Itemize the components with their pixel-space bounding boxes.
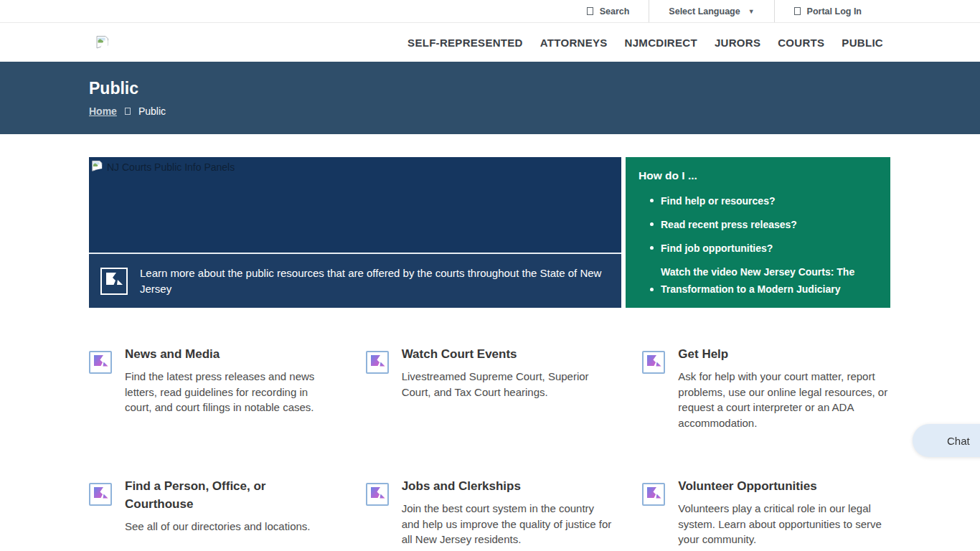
list-item: Watch the video New Jersey Courts: The T… (650, 263, 877, 298)
broken-image-icon (366, 483, 389, 506)
card-body: Ask for help with your court matter, rep… (678, 369, 888, 430)
card-get-help[interactable]: Get Help Ask for help with your court ma… (642, 341, 890, 473)
hero-caption: Learn more about the public resources th… (89, 253, 621, 308)
hero-section: NJ Courts Public Info Panels Learn more … (89, 157, 890, 308)
card-body: Volunteers play a critical role in our l… (678, 501, 888, 547)
card-body: Join the best court system in the countr… (402, 501, 612, 547)
broken-image-icon (89, 483, 112, 506)
list-item: Find job opportunities? (650, 240, 877, 257)
card-watch-court-events[interactable]: Watch Court Events Livestreamed Supreme … (366, 341, 614, 473)
card-body: Livestreamed Supreme Court, Superior Cou… (402, 369, 612, 400)
main-menu: SELF-REPRESENTED ATTORNEYS NJMCDIRECT JU… (407, 37, 883, 49)
card-body: See all of our directories and locations… (125, 519, 335, 534)
card-title: Volunteer Opportunities (678, 477, 864, 495)
topic-card-grid: News and Media Find the latest press rel… (89, 341, 890, 551)
card-text: Jobs and Clerkships Join the best court … (402, 473, 612, 551)
card-title: Watch Court Events (402, 345, 588, 363)
bullet-icon (650, 199, 654, 202)
card-title: Jobs and Clerkships (402, 477, 588, 495)
nav-item-public[interactable]: PUBLIC (842, 37, 883, 49)
card-body: Find the latest press releases and news … (125, 369, 335, 415)
how-do-i-link-help[interactable]: Find help or resources? (661, 192, 775, 209)
nav-item-self-represented[interactable]: SELF-REPRESENTED (407, 37, 523, 49)
nav-item-jurors[interactable]: JURORS (715, 37, 760, 49)
nav-item-courts[interactable]: COURTS (778, 37, 824, 49)
broken-image-icon (91, 160, 103, 172)
broken-image-icon (89, 351, 112, 374)
breadcrumb-home-link[interactable]: Home (89, 105, 117, 117)
language-label: Select Language (669, 6, 740, 17)
nav-item-attorneys[interactable]: ATTORNEYS (540, 37, 608, 49)
search-button[interactable]: Search (567, 0, 649, 22)
list-item: Read recent press releases? (650, 216, 877, 233)
how-do-i-panel: How do I ... Find help or resources? Rea… (626, 157, 890, 308)
card-title: Get Help (678, 345, 864, 363)
person-icon (794, 7, 801, 15)
hero-image-alt-text: NJ Courts Public Info Panels (107, 161, 235, 173)
hero-caption-text: Learn more about the public resources th… (140, 265, 605, 297)
hero-broken-image: NJ Courts Public Info Panels (89, 157, 621, 253)
card-title: News and Media (125, 345, 311, 363)
utility-bar: Search Select Language ▼ Portal Log In (0, 0, 980, 23)
language-select[interactable]: Select Language ▼ (649, 0, 773, 22)
breadcrumb-current: Public (138, 105, 166, 117)
main-navbar: SELF-REPRESENTED ATTORNEYS NJMCDIRECT JU… (0, 23, 980, 62)
bullet-icon (650, 222, 654, 226)
breadcrumb: Home Public (89, 105, 980, 117)
broken-image-icon (100, 268, 128, 295)
breadcrumb-separator-icon (125, 108, 131, 115)
hero-figure: NJ Courts Public Info Panels Learn more … (89, 157, 621, 308)
chat-label: Chat (947, 435, 970, 447)
nav-item-njmcdirect[interactable]: NJMCDIRECT (625, 37, 697, 49)
search-icon (587, 7, 593, 15)
page-header-band: Public Home Public (0, 62, 980, 134)
card-news-and-media[interactable]: News and Media Find the latest press rel… (89, 341, 337, 473)
chat-button[interactable]: Chat (913, 424, 980, 457)
portal-login-button[interactable]: Portal Log In (775, 0, 881, 22)
how-do-i-link-jobs[interactable]: Find job opportunities? (661, 240, 773, 257)
card-text: Volunteer Opportunities Volunteers play … (678, 473, 888, 551)
main-content: NJ Courts Public Info Panels Learn more … (89, 157, 890, 551)
how-do-i-link-press[interactable]: Read recent press releases? (661, 216, 797, 233)
how-do-i-title: How do I ... (639, 169, 877, 182)
card-find-person-office-courthouse[interactable]: Find a Person, Office, or Courthouse See… (89, 473, 337, 551)
how-do-i-list: Find help or resources? Read recent pres… (639, 192, 877, 298)
card-text: News and Media Find the latest press rel… (125, 341, 335, 473)
broken-image-icon (95, 35, 110, 50)
broken-image-icon (642, 483, 665, 506)
site-logo[interactable] (95, 35, 110, 50)
broken-image-icon (366, 351, 389, 374)
bullet-icon (650, 288, 654, 291)
card-title: Find a Person, Office, or Courthouse (125, 477, 311, 513)
card-volunteer-opportunities[interactable]: Volunteer Opportunities Volunteers play … (642, 473, 890, 551)
how-do-i-link-video[interactable]: Watch the video New Jersey Courts: The T… (661, 263, 877, 298)
card-text: Watch Court Events Livestreamed Supreme … (402, 341, 612, 473)
list-item: Find help or resources? (650, 192, 877, 209)
page-title: Public (89, 62, 980, 98)
chevron-down-icon: ▼ (748, 8, 755, 15)
bullet-icon (650, 246, 654, 250)
card-text: Get Help Ask for help with your court ma… (678, 341, 888, 473)
broken-image-icon (642, 351, 665, 374)
portal-login-label: Portal Log In (807, 6, 862, 17)
search-label: Search (600, 6, 630, 17)
card-jobs-and-clerkships[interactable]: Jobs and Clerkships Join the best court … (366, 473, 614, 551)
card-text: Find a Person, Office, or Courthouse See… (125, 473, 335, 551)
